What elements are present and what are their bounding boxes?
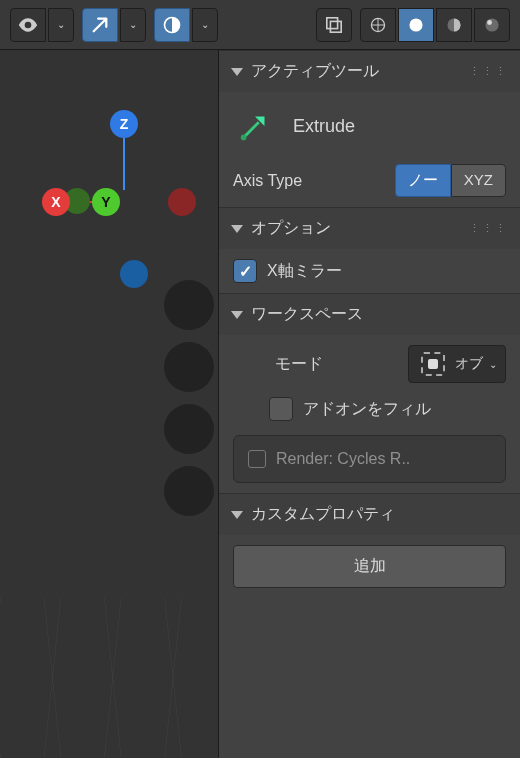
axis-type-label: Axis Type xyxy=(233,172,302,190)
svg-rect-2 xyxy=(330,21,341,32)
render-label: Render: Cycles R.. xyxy=(276,450,410,468)
section-title: カスタムプロパティ xyxy=(251,504,395,525)
nav-button-2[interactable] xyxy=(164,342,214,392)
gizmo-neg-z-axis[interactable] xyxy=(120,260,148,288)
viewport-nav-buttons xyxy=(164,280,214,516)
active-tool-name: Extrude xyxy=(293,116,355,137)
section-title: アクティブツール xyxy=(251,61,379,82)
grip-icon[interactable]: ⋮⋮⋮ xyxy=(469,222,508,235)
svg-point-8 xyxy=(241,135,247,141)
gizmo-neg-x-axis[interactable] xyxy=(168,188,196,216)
section-active-tool: アクティブツール ⋮⋮⋮ Extrude Axis Type xyxy=(219,50,520,207)
orientation-dropdown[interactable]: ⌄ xyxy=(192,8,218,42)
x-mirror-row: X軸ミラー xyxy=(233,259,506,283)
gizmo-z-line xyxy=(123,138,125,190)
svg-point-4 xyxy=(409,18,422,31)
section-title: オプション xyxy=(251,218,331,239)
section-header-options[interactable]: オプション ⋮⋮⋮ xyxy=(219,208,520,249)
disclosure-triangle-icon xyxy=(231,511,243,519)
header-toolbar: ⌄ ⌄ ⌄ xyxy=(0,0,520,50)
overlays-button[interactable] xyxy=(316,8,352,42)
extrude-icon xyxy=(235,106,275,146)
mode-row: モード オブ ⌄ xyxy=(233,345,506,383)
visibility-button[interactable] xyxy=(10,8,46,42)
render-checkbox[interactable] xyxy=(248,450,266,468)
section-workspace: ワークスペース モード オブ ⌄ アドオンをフィル xyxy=(219,293,520,493)
nav-button-1[interactable] xyxy=(164,280,214,330)
floor-grid xyxy=(0,598,218,758)
mode-label: モード xyxy=(275,354,323,375)
svg-point-7 xyxy=(487,20,492,25)
axis-xyz-button[interactable]: XYZ xyxy=(451,164,506,197)
visibility-dropdown[interactable]: ⌄ xyxy=(48,8,74,42)
orientation-button[interactable] xyxy=(154,8,190,42)
gizmo-y-axis[interactable]: Y xyxy=(92,188,120,216)
gizmo-x-axis[interactable]: X xyxy=(42,188,70,216)
nav-gizmo[interactable]: Z X Y xyxy=(50,110,190,250)
arrow-out-button[interactable] xyxy=(82,8,118,42)
render-cycles-row[interactable]: Render: Cycles R.. xyxy=(233,435,506,483)
shading-solid-button[interactable] xyxy=(398,8,434,42)
disclosure-triangle-icon xyxy=(231,225,243,233)
disclosure-triangle-icon xyxy=(231,68,243,76)
active-tool-row: Extrude xyxy=(233,102,506,150)
shading-wireframe-button[interactable] xyxy=(360,8,396,42)
section-custom-props: カスタムプロパティ 追加 xyxy=(219,493,520,598)
object-mode-icon xyxy=(421,352,445,376)
add-button[interactable]: 追加 xyxy=(233,545,506,588)
nav-button-3[interactable] xyxy=(164,404,214,454)
section-title: ワークスペース xyxy=(251,304,363,325)
mode-value: オブ xyxy=(455,355,483,373)
viewport-3d[interactable]: Z X Y xyxy=(0,50,218,758)
addons-label: アドオンをフィル xyxy=(303,399,431,420)
shading-rendered-button[interactable] xyxy=(474,8,510,42)
arrow-dropdown[interactable]: ⌄ xyxy=(120,8,146,42)
axis-normal-button[interactable]: ノー xyxy=(395,164,451,197)
addons-checkbox[interactable] xyxy=(269,397,293,421)
side-panel: アクティブツール ⋮⋮⋮ Extrude Axis Type xyxy=(218,50,520,758)
section-header-active-tool[interactable]: アクティブツール ⋮⋮⋮ xyxy=(219,51,520,92)
section-header-workspace[interactable]: ワークスペース xyxy=(219,294,520,335)
svg-point-6 xyxy=(485,18,498,31)
axis-type-row: Axis Type ノー XYZ xyxy=(233,164,506,197)
x-mirror-checkbox[interactable] xyxy=(233,259,257,283)
section-header-custom-props[interactable]: カスタムプロパティ xyxy=(219,494,520,535)
disclosure-triangle-icon xyxy=(231,311,243,319)
section-options: オプション ⋮⋮⋮ X軸ミラー xyxy=(219,207,520,293)
x-mirror-label: X軸ミラー xyxy=(267,261,342,282)
shading-lookdev-button[interactable] xyxy=(436,8,472,42)
chevron-down-icon: ⌄ xyxy=(489,359,497,370)
gizmo-z-axis[interactable]: Z xyxy=(110,110,138,138)
addons-row[interactable]: アドオンをフィル xyxy=(233,397,506,421)
mode-select[interactable]: オブ ⌄ xyxy=(408,345,506,383)
svg-rect-1 xyxy=(327,17,338,28)
grip-icon[interactable]: ⋮⋮⋮ xyxy=(469,65,508,78)
nav-button-4[interactable] xyxy=(164,466,214,516)
